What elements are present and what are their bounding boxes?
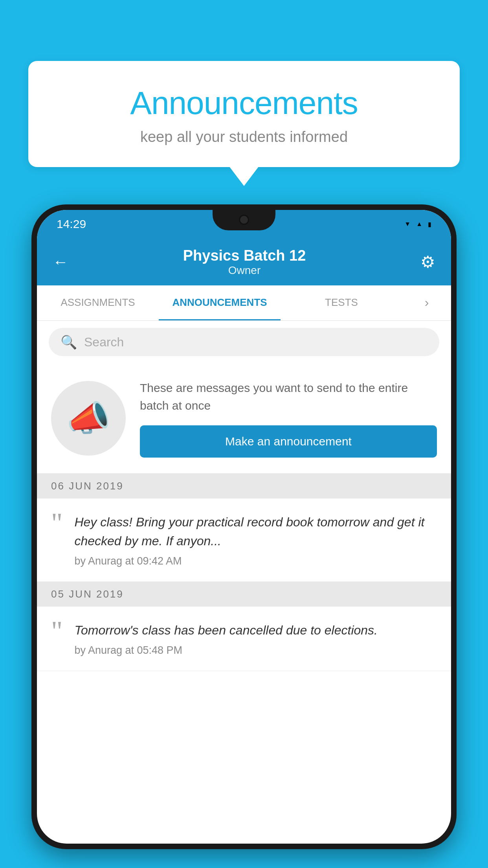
megaphone-circle: 📣	[51, 381, 126, 456]
tab-assignments[interactable]: ASSIGNMENTS	[37, 285, 159, 320]
announcement-meta-2: by Anurag at 05:48 PM	[74, 644, 437, 657]
search-placeholder: Search	[84, 335, 124, 349]
tabs-bar: ASSIGNMENTS ANNOUNCEMENTS TESTS ›	[37, 285, 451, 321]
quote-icon-1: "	[51, 509, 62, 537]
announcement-content-2: Tomorrow's class has been cancelled due …	[74, 621, 437, 657]
header-subtitle: Owner	[68, 264, 420, 277]
quote-icon-2: "	[51, 617, 62, 645]
search-bar[interactable]: 🔍 Search	[49, 328, 439, 356]
announcement-content-1: Hey class! Bring your practical record b…	[74, 513, 437, 567]
announcement-item-2: " Tomorrow's class has been cancelled du…	[37, 607, 451, 671]
date-separator-2: 05 JUN 2019	[37, 582, 451, 607]
search-container: 🔍 Search	[37, 321, 451, 363]
wifi-icon: ▼	[404, 221, 411, 228]
phone-outer: 14:29 ▼ ▲ ▮ ← Physics Batch 12 Owner ⚙ A…	[31, 204, 457, 849]
status-bar: 14:29 ▼ ▲ ▮	[37, 210, 451, 238]
status-time: 14:29	[57, 217, 86, 231]
phone-wrapper: 14:29 ▼ ▲ ▮ ← Physics Batch 12 Owner ⚙ A…	[31, 204, 457, 868]
announcement-meta-1: by Anurag at 09:42 AM	[74, 555, 437, 567]
make-announcement-button[interactable]: Make an announcement	[140, 425, 437, 458]
tab-more[interactable]: ›	[402, 285, 451, 320]
search-icon: 🔍	[61, 334, 77, 350]
status-icons: ▼ ▲ ▮	[404, 221, 431, 228]
speech-bubble-container: Announcements keep all your students inf…	[28, 61, 460, 167]
date-separator-1: 06 JUN 2019	[37, 474, 451, 498]
header-title: Physics Batch 12	[68, 247, 420, 264]
bubble-title: Announcements	[52, 85, 436, 121]
tab-tests[interactable]: TESTS	[281, 285, 402, 320]
notch	[213, 210, 275, 230]
app-content: 🔍 Search 📣 These are messages you want t…	[37, 321, 451, 671]
announcement-text-2: Tomorrow's class has been cancelled due …	[74, 621, 437, 640]
battery-icon: ▮	[428, 221, 431, 228]
notch-camera	[239, 215, 249, 225]
announcement-right: These are messages you want to send to t…	[140, 379, 437, 458]
phone-inner: 14:29 ▼ ▲ ▮ ← Physics Batch 12 Owner ⚙ A…	[37, 210, 451, 844]
speech-bubble: Announcements keep all your students inf…	[28, 61, 460, 167]
back-button[interactable]: ←	[53, 253, 68, 271]
tab-announcements[interactable]: ANNOUNCEMENTS	[159, 285, 281, 320]
signal-icon: ▲	[416, 221, 422, 228]
header-title-group: Physics Batch 12 Owner	[68, 247, 420, 277]
announcement-item-1: " Hey class! Bring your practical record…	[37, 498, 451, 582]
announcement-description: These are messages you want to send to t…	[140, 379, 437, 414]
bubble-subtitle: keep all your students informed	[52, 129, 436, 145]
settings-icon[interactable]: ⚙	[420, 252, 435, 272]
megaphone-icon: 📣	[66, 398, 110, 439]
app-header: ← Physics Batch 12 Owner ⚙	[37, 238, 451, 285]
announcement-prompt: 📣 These are messages you want to send to…	[37, 363, 451, 474]
announcement-text-1: Hey class! Bring your practical record b…	[74, 513, 437, 550]
